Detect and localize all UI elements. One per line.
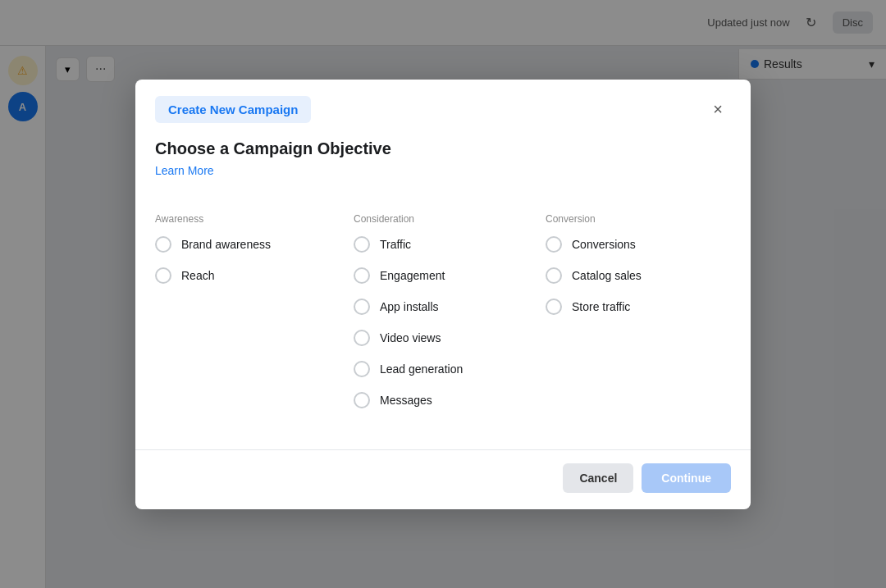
awareness-label: Awareness: [155, 213, 340, 225]
catalog-sales-radio[interactable]: [546, 267, 562, 284]
engagement-text: Engagement: [380, 269, 445, 282]
lead-generation-radio[interactable]: [354, 361, 370, 377]
modal-title: Create New Campaign: [155, 96, 311, 123]
lead-generation-text: Lead generation: [380, 362, 463, 376]
reach-radio[interactable]: [155, 267, 171, 284]
engagement-option[interactable]: Engagement: [354, 267, 532, 284]
continue-button[interactable]: Continue: [642, 463, 731, 493]
store-traffic-option[interactable]: Store traffic: [546, 299, 731, 315]
modal-header: Create New Campaign ×: [135, 80, 751, 123]
learn-more-link[interactable]: Learn More: [155, 164, 214, 177]
store-traffic-radio[interactable]: [546, 299, 562, 315]
conversions-option[interactable]: Conversions: [546, 236, 731, 253]
brand-awareness-option[interactable]: Brand awareness: [155, 236, 340, 253]
traffic-option[interactable]: Traffic: [354, 236, 532, 253]
app-installs-option[interactable]: App installs: [354, 299, 532, 315]
modal-body: Choose a Campaign Objective Learn More A…: [135, 123, 751, 443]
modal-overlay: Create New Campaign × Choose a Campaign …: [0, 0, 886, 588]
brand-awareness-text: Brand awareness: [181, 238, 271, 251]
close-button[interactable]: ×: [705, 96, 731, 122]
catalog-sales-option[interactable]: Catalog sales: [546, 267, 731, 284]
app-installs-text: App installs: [380, 300, 439, 313]
messages-option[interactable]: Messages: [354, 392, 532, 408]
consideration-column: Consideration Traffic Engagement App ins…: [347, 213, 539, 423]
app-installs-radio[interactable]: [354, 299, 370, 315]
reach-option[interactable]: Reach: [155, 267, 340, 284]
traffic-text: Traffic: [380, 238, 411, 251]
video-views-text: Video views: [380, 331, 441, 344]
brand-awareness-radio[interactable]: [155, 236, 171, 253]
conversions-radio[interactable]: [546, 236, 562, 253]
consideration-label: Consideration: [354, 213, 532, 225]
awareness-column: Awareness Brand awareness Reach: [155, 213, 347, 423]
catalog-sales-text: Catalog sales: [572, 269, 642, 282]
conversions-text: Conversions: [572, 238, 636, 251]
modal-footer: Cancel Continue: [135, 449, 751, 509]
conversion-label: Conversion: [546, 213, 731, 225]
modal-heading: Choose a Campaign Objective: [155, 139, 731, 158]
video-views-option[interactable]: Video views: [354, 330, 532, 346]
engagement-radio[interactable]: [354, 267, 370, 284]
store-traffic-text: Store traffic: [572, 300, 630, 313]
cancel-button[interactable]: Cancel: [563, 463, 633, 493]
video-views-radio[interactable]: [354, 330, 370, 346]
reach-text: Reach: [181, 269, 214, 282]
messages-text: Messages: [380, 394, 432, 407]
create-campaign-modal: Create New Campaign × Choose a Campaign …: [135, 80, 751, 509]
conversion-column: Conversion Conversions Catalog sales Sto…: [539, 213, 731, 423]
objectives-grid: Awareness Brand awareness Reach Consider…: [155, 213, 731, 423]
messages-radio[interactable]: [354, 392, 370, 408]
lead-generation-option[interactable]: Lead generation: [354, 361, 532, 377]
traffic-radio[interactable]: [354, 236, 370, 253]
